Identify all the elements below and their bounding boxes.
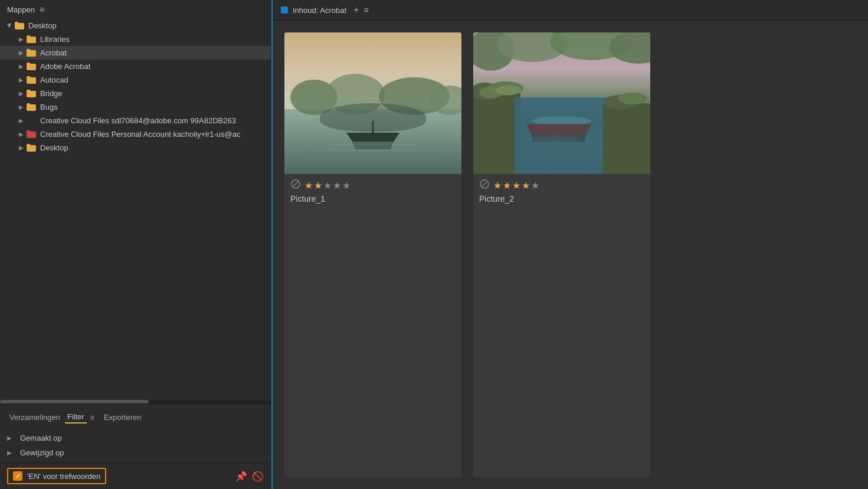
photo-info: ★★★★★Picture_1: [284, 174, 461, 208]
tree-item-label: Creative Cloud Files Personal Account ka…: [40, 130, 240, 139]
star-1[interactable]: ★: [304, 180, 313, 191]
photo-info: ★★★★★Picture_2: [473, 174, 650, 208]
star-5[interactable]: ★: [531, 180, 539, 191]
tree-item-label: Autocad: [40, 76, 68, 84]
collections-bar: Verzamelingen Filter ≡ Exporteren: [0, 409, 271, 428]
star-4[interactable]: ★: [522, 180, 530, 191]
svg-point-4: [326, 74, 385, 115]
folder-icon: [26, 90, 37, 98]
right-panel: Inhoud: Acrobat + ≡: [271, 0, 868, 489]
folder-icon: [26, 49, 37, 57]
folders-header: Mappen ≡: [0, 0, 271, 19]
folder-icon: [26, 130, 37, 139]
star-2[interactable]: ★: [503, 180, 511, 191]
reject-icon[interactable]: [290, 179, 301, 192]
chevron-icon: ▶: [7, 449, 15, 456]
tree-item-acrobat[interactable]: ▶ Acrobat: [0, 46, 271, 60]
photo-stars[interactable]: ★★★★★: [493, 180, 539, 191]
chevron-icon: ▶: [6, 21, 13, 31]
svg-line-30: [482, 182, 487, 186]
svg-line-12: [293, 182, 298, 186]
svg-rect-18: [473, 91, 520, 174]
tree-item-adobe_acrobat[interactable]: ▶ Adobe Acrobat: [0, 60, 271, 73]
filter-item-gewijzigd_op[interactable]: ▶Gewijzigd op: [0, 445, 271, 460]
tab-indicator: [281, 6, 288, 14]
photo-meta: ★★★★★: [479, 179, 644, 192]
star-3[interactable]: ★: [512, 180, 520, 191]
chevron-icon: ▶: [7, 435, 15, 441]
filter-item-label: Gewijzigd op: [20, 448, 64, 457]
photo-thumbnail: [473, 32, 650, 174]
content-tab-title: Inhoud: Acrobat: [293, 6, 346, 15]
chevron-icon: ▶: [17, 145, 26, 151]
chevron-icon: ▶: [17, 63, 26, 70]
star-5[interactable]: ★: [342, 180, 351, 191]
photo-meta: ★★★★★: [290, 179, 456, 192]
tree-item-creative_cloud_files[interactable]: ▶Creative Cloud Files sdl70684@adobe.com…: [0, 114, 271, 127]
tree-item-label: Adobe Acrobat: [40, 62, 90, 71]
scroll-thumb: [0, 400, 149, 403]
bottom-bar: ✓ 'EN' voor trefwoorden 📌 🚫: [0, 462, 271, 489]
pin-icon[interactable]: 📌: [235, 471, 247, 482]
tree-item-desktop2[interactable]: ▶ Desktop: [0, 141, 271, 155]
tree-item-autocad[interactable]: ▶ Autocad: [0, 73, 271, 87]
folder-icon: [26, 144, 37, 152]
tab-menu-button[interactable]: ≡: [363, 5, 368, 15]
svg-point-28: [618, 93, 647, 104]
folders-menu-icon[interactable]: ≡: [40, 5, 44, 14]
export-tab[interactable]: Exporteren: [101, 412, 144, 423]
folder-icon: [26, 76, 37, 84]
svg-rect-26: [603, 103, 650, 174]
tree-item-creative_cloud_personal[interactable]: ▶ Creative Cloud Files Personal Account …: [0, 127, 271, 141]
add-tab-button[interactable]: +: [353, 5, 359, 15]
photo-card-picture_2[interactable]: ★★★★★Picture_2: [473, 32, 650, 477]
tree-item-label: Libraries: [40, 35, 70, 44]
svg-point-22: [496, 86, 522, 95]
tree-item-libraries[interactable]: ▶ Libraries: [0, 32, 271, 46]
bottom-section: Verzamelingen Filter ≡ Exporteren ▶Gemaa…: [0, 403, 271, 462]
star-4[interactable]: ★: [333, 180, 341, 191]
chevron-icon: ▶: [17, 50, 26, 56]
photo-stars[interactable]: ★★★★★: [304, 180, 351, 191]
keyword-checkbox-label: 'EN' voor trefwoorden: [27, 472, 100, 481]
filter-item-label: Gemaakt op: [20, 434, 62, 442]
folder-icon: [14, 22, 25, 30]
folder-icon: [26, 63, 37, 71]
star-1[interactable]: ★: [493, 180, 502, 191]
chevron-icon: ▶: [17, 104, 26, 110]
tree-item-bugs[interactable]: ▶ Bugs: [0, 100, 271, 114]
bottom-bar-actions: 📌 🚫: [235, 471, 264, 482]
folder-icon: [26, 103, 37, 111]
tree-item-label: Creative Cloud Files sdl70684@adobe.com …: [40, 116, 236, 125]
chevron-icon: ▶: [17, 131, 26, 137]
photo-name: Picture_2: [479, 194, 644, 204]
tree-item-label: Desktop: [40, 143, 68, 152]
tree-item-desktop[interactable]: ▶ Desktop: [0, 19, 271, 32]
folders-title: Mappen: [7, 5, 35, 14]
tree-item-label: Desktop: [28, 21, 57, 30]
folder-tree: ▶ Desktop▶ Libraries▶ Acrobat▶ Adobe Acr…: [0, 19, 271, 400]
filter-items: ▶Gemaakt op▶Gewijzigd op: [0, 428, 271, 462]
star-3[interactable]: ★: [323, 180, 332, 191]
content-grid: ★★★★★Picture_1: [273, 21, 868, 489]
folder-icon: [26, 35, 37, 44]
keyword-checkbox[interactable]: ✓: [13, 471, 22, 481]
reject-icon[interactable]: [479, 179, 490, 192]
chevron-icon: ▶: [17, 117, 26, 124]
app-container: Mappen ≡ ▶ Desktop▶ Libraries▶ Acrobat▶ …: [0, 0, 868, 489]
star-2[interactable]: ★: [314, 180, 322, 191]
filter-item-gemaakt_op[interactable]: ▶Gemaakt op: [0, 431, 271, 445]
keyword-checkbox-wrapper[interactable]: ✓ 'EN' voor trefwoorden: [7, 468, 106, 484]
svg-rect-7: [372, 121, 374, 133]
filter-menu-icon[interactable]: ≡: [90, 413, 94, 422]
tree-item-label: Acrobat: [40, 48, 67, 57]
block-icon[interactable]: 🚫: [252, 471, 264, 482]
filter-tab[interactable]: Filter: [65, 411, 87, 424]
tree-item-label: Bugs: [40, 103, 58, 111]
collections-tab[interactable]: Verzamelingen: [7, 412, 63, 423]
photo-name: Picture_1: [290, 194, 456, 204]
chevron-icon: ▶: [17, 90, 26, 97]
tree-item-bridge[interactable]: ▶ Bridge: [0, 87, 271, 100]
photo-card-picture_1[interactable]: ★★★★★Picture_1: [284, 32, 461, 477]
photo-thumbnail: [284, 32, 461, 174]
